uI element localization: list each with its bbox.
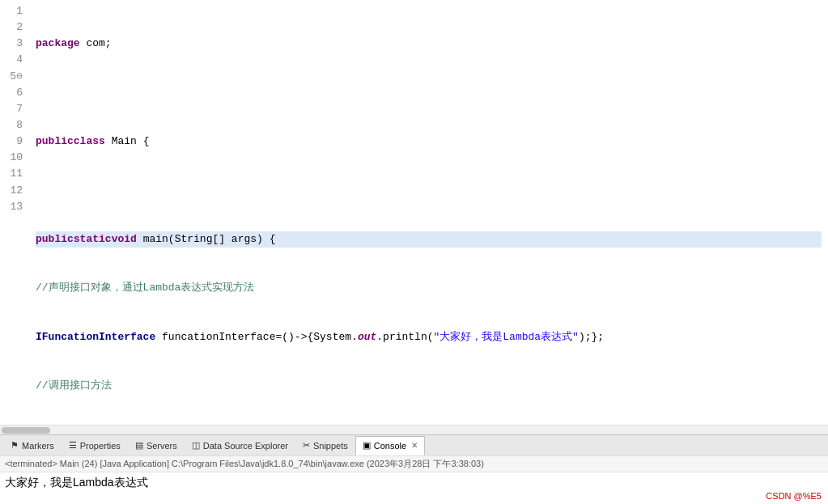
bottom-panel: ⚑ Markers ☰ Properties ▤ Servers ◫ Data …: [0, 434, 828, 504]
line-num-7: 7: [6, 101, 23, 117]
markers-icon: ⚑: [11, 440, 19, 451]
code-line-8: //调用接口方法: [36, 378, 822, 394]
line-numbers: 1 2 3 4 5⊖ 6 7 8 9 10 11 12 13: [0, 0, 29, 425]
code-line-7: IFuncationInterface funcationInterface=(…: [36, 329, 822, 345]
tab-properties-label: Properties: [80, 441, 121, 451]
code-line-6: //声明接口对象，通过Lambda表达式实现方法: [36, 280, 822, 296]
code-line-1: package com;: [36, 36, 822, 52]
tab-servers-label: Servers: [146, 441, 177, 451]
line-num-1: 1: [6, 3, 23, 19]
console-output: 大家好，我是Lambda表达式: [0, 472, 828, 493]
data-source-icon: ◫: [192, 440, 200, 451]
code-container: 1 2 3 4 5⊖ 6 7 8 9 10 11 12 13 package c…: [0, 0, 828, 425]
tab-console-label: Console: [374, 441, 406, 451]
servers-icon: ▤: [135, 440, 143, 451]
tab-markers-label: Markers: [22, 441, 54, 451]
tab-servers[interactable]: ▤ Servers: [128, 436, 185, 455]
properties-icon: ☰: [69, 440, 77, 451]
console-status: <terminated> Main (24) [Java Application…: [0, 456, 828, 472]
console-close-icon[interactable]: ✕: [411, 441, 418, 450]
line-num-5: 5⊖: [6, 69, 23, 85]
horizontal-scrollbar[interactable]: [0, 425, 828, 434]
code-line-4: [36, 182, 822, 198]
tab-bar: ⚑ Markers ☰ Properties ▤ Servers ◫ Data …: [0, 434, 828, 455]
tab-console[interactable]: ▣ Console ✕: [355, 436, 425, 455]
tab-snippets[interactable]: ✂ Snippets: [295, 436, 355, 455]
line-num-3: 3: [6, 36, 23, 52]
console-panel: <terminated> Main (24) [Java Application…: [0, 455, 828, 504]
console-icon: ▣: [363, 440, 371, 451]
tab-properties[interactable]: ☰ Properties: [62, 436, 128, 455]
tab-data-source-explorer[interactable]: ◫ Data Source Explorer: [185, 436, 295, 455]
line-num-11: 11: [6, 166, 23, 182]
line-num-13: 13: [6, 199, 23, 215]
line-num-12: 12: [6, 183, 23, 199]
snippets-icon: ✂: [303, 440, 310, 451]
tab-snippets-label: Snippets: [313, 441, 348, 451]
tab-data-source-label: Data Source Explorer: [203, 441, 288, 451]
editor-area: 1 2 3 4 5⊖ 6 7 8 9 10 11 12 13 package c…: [0, 0, 828, 434]
tab-markers[interactable]: ⚑ Markers: [3, 436, 62, 455]
code-line-5: public static void main(String[] args) {: [36, 231, 822, 248]
line-num-9: 9: [6, 133, 23, 150]
line-num-4: 4: [6, 52, 23, 68]
code-editor[interactable]: package com; public class Main { public …: [29, 0, 828, 425]
line-num-10: 10: [6, 150, 23, 166]
scrollbar-thumb[interactable]: [2, 427, 50, 434]
code-line-3: public class Main {: [36, 133, 822, 150]
line-num-8: 8: [6, 117, 23, 133]
code-line-2: [36, 85, 822, 101]
line-num-6: 6: [6, 85, 23, 101]
csdn-badge: CSDN @%E5: [766, 491, 822, 501]
line-num-2: 2: [6, 19, 23, 36]
